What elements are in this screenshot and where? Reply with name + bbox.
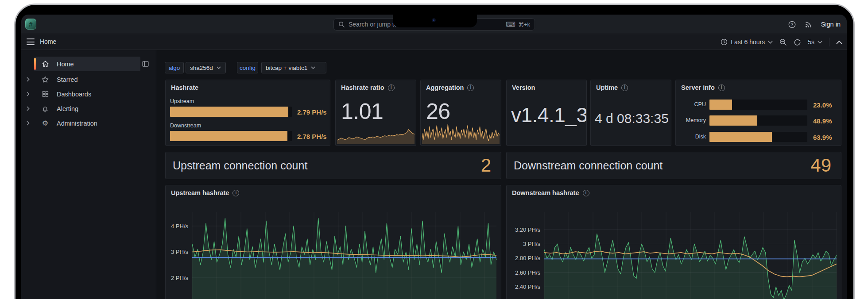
- menu-toggle-icon[interactable]: [27, 38, 35, 45]
- keyboard-icon: ⌨: [506, 20, 515, 28]
- info-icon[interactable]: i: [388, 84, 395, 91]
- breadcrumb-bar: Home Last 6 hours: [21, 34, 847, 50]
- panel-downstream-hashrate-chart[interactable]: Downstream hashratei 3.20 PH/s3 PH/s2.80…: [506, 185, 841, 299]
- help-icon[interactable]: ?: [788, 21, 796, 28]
- panel-hashrate-ratio: Hashrate ratioi 1.01: [335, 80, 416, 146]
- bell-icon: [41, 105, 50, 113]
- info-icon[interactable]: i: [467, 84, 474, 91]
- zoom-out-button[interactable]: [779, 38, 787, 46]
- sidebar-item-home[interactable]: Home: [21, 57, 156, 71]
- collapse-header-button[interactable]: [836, 40, 842, 44]
- cpu-gauge: [709, 100, 807, 110]
- stat-value: 1.01: [341, 99, 383, 124]
- search-icon: [338, 21, 345, 28]
- panel-upstream-hashrate-chart[interactable]: Upstream hashratei 4 PH/s3 PH/s2 PH/s: [165, 185, 501, 299]
- upstream-hashrate-gauge: [170, 107, 292, 117]
- svg-text:2.60 PH/s: 2.60 PH/s: [515, 269, 541, 276]
- variable-label-config: config: [237, 62, 258, 73]
- search-shortcut: ⌨ ⌘+k: [506, 20, 530, 28]
- toolbar-divider: [829, 38, 829, 46]
- svg-text:3 PH/s: 3 PH/s: [523, 241, 541, 247]
- sparkline: [422, 122, 500, 144]
- panel-hashrate: Hashrate Upstream 2.79 PH/s Downstream 2…: [165, 80, 330, 146]
- sidebar-item-starred[interactable]: Starred: [21, 72, 156, 87]
- refresh-interval-picker[interactable]: 5s: [808, 38, 822, 46]
- chevron-down-icon: [818, 41, 822, 44]
- svg-text:3.20 PH/s: 3.20 PH/s: [515, 226, 541, 233]
- time-range-picker[interactable]: Last 6 hours: [721, 38, 773, 46]
- sidebar-nav: Home Starred: [21, 50, 156, 299]
- info-icon[interactable]: i: [621, 84, 628, 91]
- stat-value: 4 d 08:33:35: [595, 111, 669, 126]
- gear-icon: ⚙: [41, 119, 50, 127]
- panel-upstream-connection-count: Upstream connection count 2: [165, 152, 501, 179]
- chevron-down-icon: [768, 41, 773, 44]
- sidebar-item-administration[interactable]: ⚙ Administration: [21, 116, 156, 130]
- chevron-right-icon[interactable]: [25, 121, 31, 126]
- svg-text:2.40 PH/s: 2.40 PH/s: [515, 284, 541, 290]
- dock-sidebar-icon[interactable]: [142, 60, 149, 68]
- panel-version: Version v1.4.1_3: [506, 80, 587, 146]
- chevron-right-icon[interactable]: [25, 77, 31, 82]
- news-rss-icon[interactable]: [805, 21, 812, 28]
- info-icon[interactable]: i: [583, 190, 589, 196]
- chevron-right-icon[interactable]: [25, 92, 31, 96]
- chevron-right-icon[interactable]: [25, 106, 31, 111]
- svg-text:4 PH/s: 4 PH/s: [171, 223, 189, 230]
- info-icon[interactable]: i: [232, 190, 239, 196]
- active-indicator: [34, 58, 36, 70]
- breadcrumb[interactable]: Home: [40, 38, 56, 45]
- chevron-down-icon: [217, 66, 221, 69]
- info-icon[interactable]: i: [718, 84, 725, 91]
- dashboards-grid-icon: [41, 90, 50, 98]
- chevron-down-icon: [311, 66, 315, 69]
- panel-server-info: Server infoi CPU 23.0% Memory 48.9% Disk…: [675, 80, 841, 146]
- svg-text:3 PH/s: 3 PH/s: [171, 249, 189, 255]
- sign-in-button[interactable]: Sign in: [821, 21, 841, 28]
- sidebar-item-dashboards[interactable]: Dashboards: [21, 87, 156, 101]
- variable-select-config[interactable]: bitcap + viabtc1: [261, 62, 326, 73]
- star-icon: [41, 76, 50, 84]
- panel-downstream-connection-count: Downstream connection count 49: [506, 152, 841, 179]
- laptop-notch: [393, 15, 477, 27]
- downstream-hashrate-gauge: [170, 131, 292, 141]
- refresh-button[interactable]: [794, 38, 801, 46]
- app-window: # Search or jump to... ⌨ ⌘+k ?: [21, 15, 847, 299]
- variable-select-algo[interactable]: sha256d: [186, 62, 226, 73]
- camera-icon: [432, 18, 436, 22]
- memory-gauge: [709, 115, 807, 126]
- panel-uptime: Uptimei 4 d 08:33:35: [590, 80, 671, 146]
- svg-text:2.80 PH/s: 2.80 PH/s: [515, 255, 541, 261]
- panel-aggregation: Aggregationi 26: [420, 80, 501, 146]
- home-icon: [41, 60, 50, 68]
- grafana-logo-icon[interactable]: #: [25, 19, 36, 30]
- selected-item-background: [34, 57, 140, 71]
- disk-gauge: [709, 132, 807, 142]
- svg-text:?: ?: [790, 22, 793, 27]
- stat-value: v1.4.1_3: [511, 103, 587, 127]
- variable-label-algo: algo: [165, 62, 184, 73]
- sidebar-item-alerting[interactable]: Alerting: [21, 101, 156, 116]
- stat-value: 26: [426, 99, 450, 124]
- sparkline: [337, 122, 415, 144]
- svg-text:2 PH/s: 2 PH/s: [171, 275, 189, 281]
- clock-icon: [721, 38, 728, 46]
- stat-value: 2: [481, 155, 491, 176]
- stat-value: 49: [810, 155, 831, 176]
